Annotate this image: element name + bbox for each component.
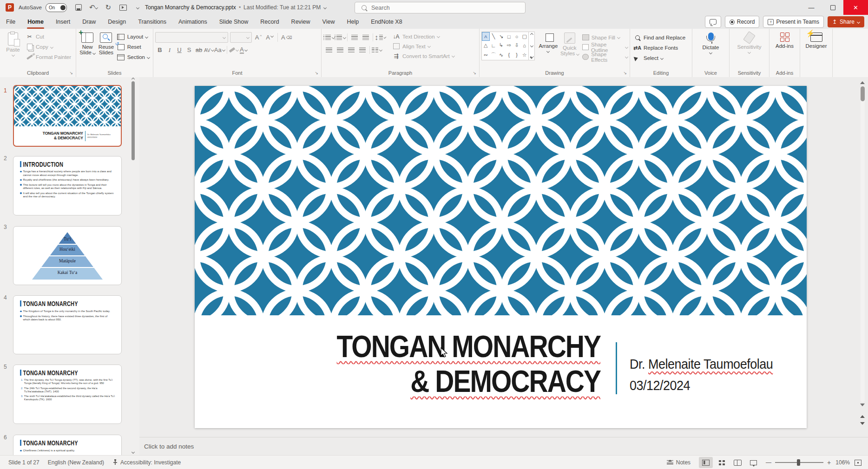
character-spacing-button[interactable]: AV (204, 45, 214, 55)
slide-subtitle[interactable]: Dr. Melenaite Taumoefolau 03/12/2024 (630, 353, 773, 396)
tab-draw[interactable]: Draw (76, 15, 102, 29)
font-size-select[interactable] (230, 32, 252, 43)
highlight-color-button[interactable] (229, 45, 238, 55)
shape-fill-button[interactable]: Shape Fill (582, 33, 628, 42)
scroll-down-icon[interactable] (860, 404, 865, 409)
text-shadow-button[interactable]: S (184, 45, 194, 55)
addins-button[interactable]: Add-ins (774, 31, 796, 49)
find-and-replace-button[interactable]: Find and Replace (632, 33, 690, 43)
elbow-arrow-connector-icon[interactable]: ↳ (497, 41, 505, 50)
scroll-down-icon[interactable] (132, 450, 135, 454)
slide-count-label[interactable]: Slide 1 of 27 (8, 459, 39, 466)
dialog-launcher-icon[interactable]: ↘ (473, 71, 476, 75)
share-button[interactable]: ↥Share (828, 16, 864, 27)
dialog-launcher-icon[interactable]: ↘ (315, 71, 318, 75)
scribble-shape-icon[interactable]: ∾ (482, 50, 490, 60)
replace-fonts-button[interactable]: ⇄AReplace Fonts (632, 43, 690, 53)
scrollbar-track[interactable] (861, 85, 865, 402)
notes-toggle-button[interactable]: Notes (667, 459, 690, 466)
cut-button[interactable]: ✂Cut (24, 32, 72, 42)
reading-view-button[interactable] (730, 457, 744, 468)
elbow-connector-icon[interactable]: ∟ (490, 41, 498, 50)
copy-button[interactable]: Copy (24, 42, 72, 52)
scroll-up-icon[interactable] (132, 78, 135, 81)
sensitivity-button[interactable]: Sensitivity (733, 31, 766, 53)
right-brace-shape-icon[interactable]: } (513, 50, 521, 60)
more-shapes-icon[interactable] (530, 55, 533, 59)
minimize-button[interactable]: — (801, 0, 822, 15)
layout-button[interactable]: Layout (116, 32, 151, 42)
line-spacing-button[interactable]: ↕ (375, 33, 386, 42)
slide-thumbnail-2[interactable]: INTRODUCTION Tonga has a hierarchical so… (13, 156, 122, 215)
shape-gallery[interactable]: A ╲ ↘ □ ○ ▢ △ ∟ ↳ ⇨ ⇩ ⌂ ∾ ⌒ ∿ { } (481, 32, 529, 60)
tab-file[interactable]: File (0, 15, 21, 29)
search-input[interactable] (370, 4, 512, 12)
arrow-shape-icon[interactable]: ↘ (497, 32, 505, 41)
start-slideshow-button[interactable] (119, 4, 127, 11)
new-slide-button[interactable]: NewSlide (78, 31, 97, 55)
format-painter-button[interactable]: Format Painter (24, 52, 72, 62)
previous-slide-button[interactable] (860, 413, 865, 418)
rectangle-shape-icon[interactable]: □ (505, 32, 513, 41)
slide-thumbnail-3[interactable]: Tuʻi Houʻeiki Matāpule Kakai Tuʻa (13, 226, 122, 285)
vertical-scrollbar[interactable] (860, 79, 865, 430)
pentagon-shape-icon[interactable]: ⌂ (520, 41, 528, 50)
columns-button[interactable] (371, 45, 382, 55)
zoom-out-button[interactable]: — (766, 459, 771, 466)
font-name-select[interactable] (155, 32, 228, 43)
reuse-slides-button[interactable]: ReuseSlides (97, 31, 115, 55)
next-slide-button[interactable] (860, 422, 865, 427)
slide-thumbnail-5[interactable]: TONGAN MONARCHY 1.The first dynasty, the… (13, 365, 122, 424)
select-button[interactable]: Select (632, 53, 690, 63)
tab-design[interactable]: Design (102, 15, 132, 29)
italic-button[interactable]: I (165, 45, 174, 55)
justify-button[interactable] (357, 45, 368, 55)
rounded-rectangle-shape-icon[interactable]: ▢ (520, 32, 528, 41)
curve-shape-icon[interactable]: ∿ (497, 50, 505, 60)
autosave-toggle[interactable]: On (46, 3, 67, 12)
shrink-font-button[interactable]: A (265, 33, 274, 42)
tab-endnote[interactable]: EndNote X8 (365, 15, 408, 29)
record-button[interactable]: Record (725, 16, 760, 28)
dialog-launcher-icon[interactable]: ↘ (623, 71, 627, 75)
font-color-button[interactable]: A (239, 45, 248, 55)
zoom-slider-thumb[interactable] (797, 459, 800, 466)
tab-home[interactable]: Home (21, 15, 50, 29)
right-arrow-shape-icon[interactable]: ⇨ (505, 41, 513, 50)
zoom-in-button[interactable]: + (827, 459, 831, 466)
left-brace-shape-icon[interactable]: { (505, 50, 513, 60)
slide-canvas[interactable]: TONGAN MONARCHY & DEMOCRACY Dr. Melenait… (195, 86, 807, 428)
zoom-slider[interactable] (775, 462, 823, 463)
underline-button[interactable]: U (175, 45, 184, 55)
change-case-button[interactable]: Aa (214, 45, 225, 55)
accessibility-status[interactable]: Accessibility: Investigate (112, 459, 181, 466)
grow-font-button[interactable]: A^ (254, 33, 263, 42)
align-left-button[interactable] (323, 45, 335, 55)
close-button[interactable]: ✕ (843, 0, 868, 15)
scroll-up-icon[interactable] (530, 33, 533, 36)
customize-qat-button[interactable] (134, 4, 142, 11)
slide-title[interactable]: TONGAN MONARCHY & DEMOCRACY (337, 328, 600, 398)
line-shape-icon[interactable]: ╲ (490, 32, 498, 41)
slide-thumbnail-4[interactable]: TONGAN MONARCHY The Kingdom of Tonga is … (13, 295, 122, 354)
increase-indent-button[interactable] (360, 33, 371, 42)
shape-effects-button[interactable]: Shape Effects (582, 52, 628, 62)
tab-insert[interactable]: Insert (50, 15, 76, 29)
text-direction-button[interactable]: ↓AText Direction (392, 32, 454, 41)
dialog-launcher-icon[interactable]: ↘ (69, 71, 73, 75)
slide-thumbnail-1[interactable]: TONGAN MONARCHY & DEMOCRACY Dr. Melenait… (13, 85, 122, 147)
tab-help[interactable]: Help (341, 15, 365, 29)
align-text-button[interactable]: Align Text (392, 41, 454, 51)
tab-review[interactable]: Review (285, 15, 316, 29)
undo-button[interactable]: ↶ (89, 4, 98, 11)
search-box[interactable] (355, 2, 526, 13)
clear-formatting-button[interactable]: A⌫ (281, 33, 292, 42)
comments-button[interactable] (705, 16, 721, 28)
fit-slide-to-window-button[interactable] (855, 460, 861, 466)
normal-view-button[interactable] (699, 457, 713, 468)
slide-thumbnail-6[interactable]: TONGAN MONARCHY Chiefliness (ʻeikiness) … (13, 435, 122, 455)
notes-placeholder[interactable]: Click to add notes (144, 443, 868, 450)
quick-styles-button[interactable]: QuickStyles (559, 31, 580, 56)
align-right-button[interactable] (346, 45, 357, 55)
redo-button[interactable]: ↻ (104, 4, 112, 11)
